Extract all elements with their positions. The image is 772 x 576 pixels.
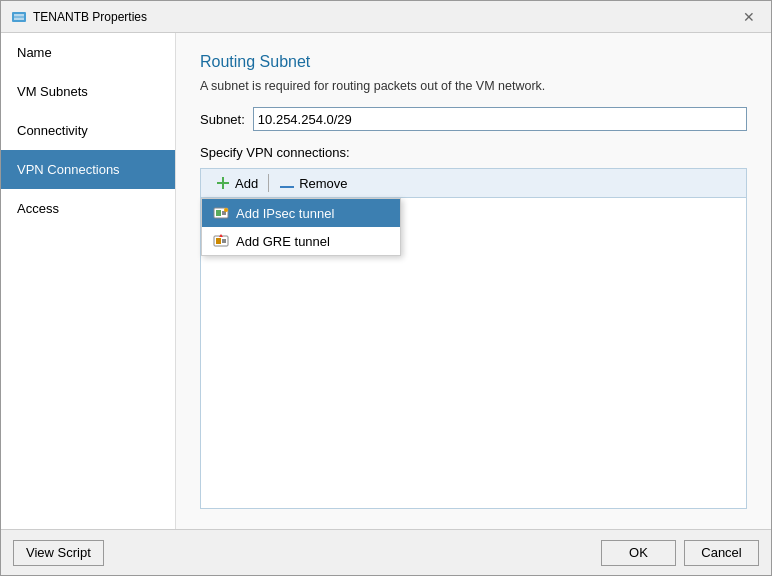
subnet-input[interactable] — [253, 107, 747, 131]
window-icon — [11, 9, 27, 25]
add-icon — [215, 175, 231, 191]
window-title: TENANTB Properties — [33, 10, 147, 24]
toolbar-separator — [268, 174, 269, 192]
vpn-section-label: Specify VPN connections: — [200, 145, 747, 160]
subnet-label: Subnet: — [200, 112, 245, 127]
vpn-toolbar: Add Remove — [200, 168, 747, 197]
gre-label: Add GRE tunnel — [236, 234, 330, 249]
close-button[interactable]: ✕ — [737, 7, 761, 27]
sidebar-item-name[interactable]: Name — [1, 33, 175, 72]
svg-rect-5 — [280, 186, 294, 188]
panel-title: Routing Subnet — [200, 53, 747, 71]
remove-label: Remove — [299, 176, 347, 191]
ipsec-icon — [212, 204, 230, 222]
sidebar-item-vpn-connections[interactable]: VPN Connections — [1, 150, 175, 189]
footer-right: OK Cancel — [601, 540, 759, 566]
sidebar-item-vm-subnets[interactable]: VM Subnets — [1, 72, 175, 111]
cancel-button[interactable]: Cancel — [684, 540, 759, 566]
vpn-list-container: Add IPsec tunnel Add GRE tunnel — [200, 197, 747, 509]
svg-rect-7 — [216, 210, 221, 216]
add-dropdown-menu: Add IPsec tunnel Add GRE tunnel — [201, 198, 401, 256]
remove-button[interactable]: Remove — [271, 173, 355, 194]
gre-icon — [212, 232, 230, 250]
ipsec-label: Add IPsec tunnel — [236, 206, 334, 221]
dropdown-item-ipsec[interactable]: Add IPsec tunnel — [202, 199, 400, 227]
sidebar: Name VM Subnets Connectivity VPN Connect… — [1, 33, 176, 529]
ok-button[interactable]: OK — [601, 540, 676, 566]
panel-description: A subnet is required for routing packets… — [200, 79, 747, 93]
remove-icon — [279, 179, 295, 187]
svg-rect-4 — [217, 182, 229, 184]
svg-rect-11 — [216, 238, 221, 244]
footer: View Script OK Cancel — [1, 529, 771, 575]
dropdown-item-gre[interactable]: Add GRE tunnel — [202, 227, 400, 255]
content-area: Name VM Subnets Connectivity VPN Connect… — [1, 33, 771, 529]
sidebar-item-access[interactable]: Access — [1, 189, 175, 228]
main-panel: Routing Subnet A subnet is required for … — [176, 33, 771, 529]
add-button[interactable]: Add — [207, 172, 266, 194]
sidebar-item-connectivity[interactable]: Connectivity — [1, 111, 175, 150]
svg-point-9 — [224, 208, 228, 212]
view-script-button[interactable]: View Script — [13, 540, 104, 566]
title-bar-left: TENANTB Properties — [11, 9, 147, 25]
subnet-row: Subnet: — [200, 107, 747, 131]
add-label: Add — [235, 176, 258, 191]
main-window: TENANTB Properties ✕ Name VM Subnets Con… — [0, 0, 772, 576]
svg-rect-12 — [222, 239, 226, 243]
title-bar: TENANTB Properties ✕ — [1, 1, 771, 33]
